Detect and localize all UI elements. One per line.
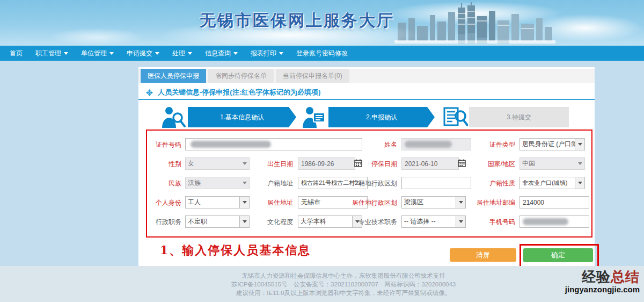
step-1: 1.基本信息确认	[188, 107, 296, 127]
nav-item-processing[interactable]: 处理	[172, 49, 192, 58]
residence-admin-division-label: 居住地行政区划	[347, 196, 397, 209]
country-region-label: 国家/地区	[470, 157, 515, 170]
professional-title-label: 专业技术职务	[347, 215, 397, 228]
stop-insurance-date-input: 2021-06-10	[401, 157, 459, 170]
dropdown-arrow-icon	[575, 158, 584, 169]
residence-admin-division-select[interactable]: 梁溪区	[401, 196, 466, 208]
residence-postcode-input[interactable]: 214000	[519, 196, 589, 208]
gender-select: 女	[185, 157, 250, 170]
watermark-text-red: 总结	[611, 269, 640, 285]
household-type-label: 户籍性质	[470, 177, 515, 190]
person-document-icon	[302, 106, 326, 128]
document-search-icon	[443, 106, 468, 128]
step-2: 2.申报确认	[328, 107, 435, 127]
ethnicity-select: 汉族	[185, 177, 250, 189]
nav-item-application-submit[interactable]: 申请提交	[127, 49, 159, 58]
section-divider	[138, 99, 595, 100]
id-number-input[interactable]	[185, 138, 362, 150]
nav-item-label: 单位管理	[81, 49, 107, 58]
select-value: -- 请选择 --	[402, 216, 456, 227]
redacted-value	[191, 141, 271, 148]
caret-down-icon	[64, 52, 68, 55]
select-value: 中国	[520, 158, 575, 169]
mobile-number-label: 手机号码	[470, 215, 515, 228]
caret-down-icon	[155, 52, 159, 55]
select-value: 不定职	[186, 216, 239, 227]
nav-item-label: 职工管理	[35, 49, 61, 58]
name-input	[401, 138, 471, 150]
select-value: 工人	[186, 197, 239, 208]
footer-line-host: 无锡市人力资源和社会保障信息中心主办，东软集团股份有限公司技术支持	[0, 271, 644, 280]
select-value: 梁溪区	[402, 197, 456, 208]
dropdown-arrow-icon	[456, 197, 465, 208]
birth-date-label: 出生日期	[248, 157, 293, 170]
nav-item-label: 首页	[10, 49, 23, 58]
select-value: 居民身份证 (户口簿)	[520, 139, 575, 150]
nav-item-label: 申请提交	[127, 49, 152, 58]
redacted-value	[405, 141, 452, 148]
nav-item-report-print[interactable]: 报表打印	[251, 49, 283, 58]
professional-title-select[interactable]: -- 请选择 --	[401, 215, 466, 228]
footer-line-icp: 苏ICP备10045515号 公安备案号：32021102000707 网站标识…	[0, 280, 644, 289]
nav-item-info-query[interactable]: 信息查询	[205, 49, 238, 58]
nav-item-label: 登录账号密码修改	[296, 49, 348, 58]
nav-item-label: 报表打印	[251, 49, 276, 58]
ethnicity-label: 民族	[134, 177, 181, 190]
tab-current-declare-list[interactable]: 当前停保申报名单(0)	[276, 69, 349, 83]
tab-province-sync-pending-list[interactable]: 省同步待停保名单	[208, 69, 274, 83]
residence-address-label: 居住地址	[248, 196, 293, 209]
stop-insurance-date-label: 停保日期	[347, 157, 397, 170]
dropdown-arrow-icon	[456, 216, 465, 227]
clear-button[interactable]: 清屏	[450, 248, 516, 262]
dropdown-arrow-icon	[575, 177, 584, 189]
household-admin-division-input[interactable]	[401, 177, 471, 189]
caret-down-icon	[279, 52, 283, 55]
name-label: 姓名	[347, 138, 397, 151]
cloud-decoration	[48, 28, 145, 46]
main-nav: 首页 职工管理 单位管理 申请提交 处理 信息查询 报表打印 登录账号密码修改	[0, 46, 644, 61]
country-region-select: 中国	[519, 157, 585, 170]
household-admin-division-label: 户籍地行政区划	[347, 177, 397, 190]
select-value: 女	[186, 158, 240, 169]
footer-line-browser: 建议使用：IE11.0及以上版本浏览器和中文字符集，未经许可严禁复制或镜像。	[0, 289, 644, 297]
section-title: 人员关键信息-停保申报(注:红色字体标记的为必填项)	[158, 88, 320, 97]
person-search-icon	[161, 106, 186, 128]
admin-position-label: 行政职务	[134, 215, 181, 228]
select-value: 非农业户口(城镇)	[520, 177, 575, 189]
mobile-number-input[interactable]	[519, 215, 589, 228]
admin-position-select[interactable]: 不定职	[185, 215, 250, 228]
section-header: 人员关键信息-停保申报(注:红色字体标记的为必填项)	[146, 88, 320, 97]
calendar-icon[interactable]	[457, 158, 466, 168]
dropdown-arrow-icon	[575, 139, 584, 150]
compass-diamond-icon	[146, 89, 153, 96]
household-type-select[interactable]: 非农业户口(城镇)	[519, 177, 585, 189]
id-type-select[interactable]: 居民身份证 (户口簿)	[519, 138, 585, 150]
nav-item-unit-management[interactable]: 单位管理	[81, 49, 114, 58]
nav-item-label: 处理	[172, 49, 185, 58]
redacted-value	[523, 218, 568, 225]
caret-down-icon	[233, 52, 238, 55]
watermark-domain: jingyanzongjie.com	[565, 285, 640, 293]
id-type-label: 证件类型	[470, 138, 515, 151]
confirm-button[interactable]: 确定	[523, 248, 593, 262]
tab-stop-insurance-declare[interactable]: 医保人员停保申报	[141, 69, 206, 83]
education-level-label: 文化程度	[248, 215, 293, 228]
tab-bar: 医保人员停保申报 省同步待停保名单 当前停保申报名单(0)	[138, 69, 595, 83]
personal-identity-label: 个人身份	[134, 196, 181, 209]
nav-item-account-password[interactable]: 登录账号密码修改	[296, 49, 348, 58]
residence-postcode-label: 居住地址邮编	[470, 196, 515, 209]
nav-item-staff-management[interactable]: 职工管理	[35, 49, 68, 58]
nav-item-home[interactable]: 首页	[10, 49, 23, 58]
select-value: 汉族	[186, 177, 240, 189]
caret-down-icon	[109, 52, 114, 55]
wuxi-medical-insurance-portal: 无锡市医保网上服务大厅 首页 职工管理 单位管理 申请提交 处理 信息查询 报表…	[0, 0, 644, 302]
annotation-step1: 1、输入停保人员基本信息	[160, 242, 311, 258]
watermark-text-black: 经验	[582, 269, 611, 285]
id-number-label: 证件号码	[134, 138, 181, 151]
page-footer: 无锡市人力资源和社会保障信息中心主办，东软集团股份有限公司技术支持 苏ICP备1…	[0, 266, 644, 302]
gender-label: 性别	[134, 157, 181, 170]
site-title: 无锡市医保网上服务大厅	[200, 10, 394, 32]
personal-identity-select[interactable]: 工人	[185, 196, 250, 208]
step-3: 3.待提交	[469, 107, 569, 127]
nav-item-label: 信息查询	[205, 49, 231, 58]
